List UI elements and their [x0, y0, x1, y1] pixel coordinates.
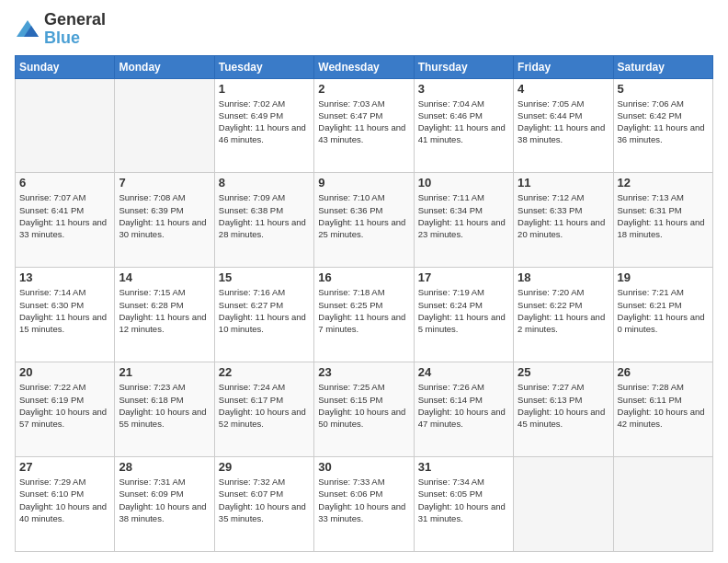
calendar-day: 2Sunrise: 7:03 AMSunset: 6:47 PMDaylight… — [314, 78, 414, 173]
calendar-day: 13Sunrise: 7:14 AMSunset: 6:30 PMDayligh… — [16, 268, 115, 362]
day-number: 13 — [19, 270, 110, 284]
page: General Blue SundayMondayTuesdayWednesda… — [0, 0, 728, 563]
day-info: Sunrise: 7:24 AMSunset: 6:17 PMDaylight:… — [219, 381, 310, 430]
day-info: Sunrise: 7:12 AMSunset: 6:33 PMDaylight:… — [518, 191, 609, 240]
day-info: Sunrise: 7:05 AMSunset: 6:44 PMDaylight:… — [518, 98, 609, 146]
day-info: Sunrise: 7:10 AMSunset: 6:36 PMDaylight:… — [318, 191, 409, 240]
day-info: Sunrise: 7:28 AMSunset: 6:11 PMDaylight:… — [618, 381, 709, 430]
day-number: 25 — [518, 365, 609, 379]
calendar-day: 20Sunrise: 7:22 AMSunset: 6:19 PMDayligh… — [16, 362, 115, 457]
day-number: 11 — [518, 176, 609, 190]
calendar-day: 22Sunrise: 7:24 AMSunset: 6:17 PMDayligh… — [214, 362, 313, 457]
calendar-day: 8Sunrise: 7:09 AMSunset: 6:38 PMDaylight… — [214, 173, 313, 268]
day-info: Sunrise: 7:11 AMSunset: 6:34 PMDaylight:… — [418, 191, 509, 240]
calendar-day: 6Sunrise: 7:07 AMSunset: 6:41 PMDaylight… — [16, 173, 115, 268]
day-info: Sunrise: 7:06 AMSunset: 6:42 PMDaylight:… — [618, 98, 709, 146]
day-number: 19 — [618, 270, 709, 284]
day-number: 12 — [618, 176, 709, 190]
day-number: 17 — [418, 270, 509, 284]
header: General Blue — [15, 11, 713, 48]
day-number: 14 — [119, 270, 210, 284]
day-number: 18 — [518, 270, 609, 284]
calendar-day: 17Sunrise: 7:19 AMSunset: 6:24 PMDayligh… — [414, 268, 513, 362]
day-info: Sunrise: 7:25 AMSunset: 6:15 PMDaylight:… — [318, 381, 409, 430]
calendar-day: 27Sunrise: 7:29 AMSunset: 6:10 PMDayligh… — [16, 457, 115, 552]
day-number: 24 — [418, 365, 509, 379]
day-info: Sunrise: 7:34 AMSunset: 6:05 PMDaylight:… — [418, 476, 509, 524]
day-number: 9 — [318, 176, 409, 190]
calendar-day: 14Sunrise: 7:15 AMSunset: 6:28 PMDayligh… — [115, 268, 214, 362]
day-number: 20 — [19, 365, 110, 379]
day-number: 21 — [119, 365, 210, 379]
calendar-day: 15Sunrise: 7:16 AMSunset: 6:27 PMDayligh… — [214, 268, 313, 362]
calendar-day: 23Sunrise: 7:25 AMSunset: 6:15 PMDayligh… — [314, 362, 414, 457]
day-number: 8 — [219, 176, 310, 190]
day-info: Sunrise: 7:07 AMSunset: 6:41 PMDaylight:… — [19, 191, 110, 240]
day-info: Sunrise: 7:27 AMSunset: 6:13 PMDaylight:… — [518, 381, 609, 430]
calendar-day — [115, 78, 214, 173]
day-header: Sunday — [16, 55, 115, 78]
calendar-day: 30Sunrise: 7:33 AMSunset: 6:06 PMDayligh… — [314, 457, 414, 552]
calendar-day: 25Sunrise: 7:27 AMSunset: 6:13 PMDayligh… — [514, 362, 613, 457]
day-number: 1 — [219, 82, 310, 96]
day-number: 26 — [618, 365, 709, 379]
day-info: Sunrise: 7:33 AMSunset: 6:06 PMDaylight:… — [318, 476, 409, 524]
day-header: Thursday — [414, 55, 513, 78]
day-number: 15 — [219, 270, 310, 284]
calendar-day: 1Sunrise: 7:02 AMSunset: 6:49 PMDaylight… — [214, 78, 313, 173]
day-header: Saturday — [613, 55, 712, 78]
calendar-day: 31Sunrise: 7:34 AMSunset: 6:05 PMDayligh… — [414, 457, 513, 552]
day-number: 23 — [318, 365, 409, 379]
day-number: 22 — [219, 365, 310, 379]
calendar-day: 5Sunrise: 7:06 AMSunset: 6:42 PMDaylight… — [613, 78, 712, 173]
day-info: Sunrise: 7:04 AMSunset: 6:46 PMDaylight:… — [418, 98, 509, 146]
calendar-day: 7Sunrise: 7:08 AMSunset: 6:39 PMDaylight… — [115, 173, 214, 268]
day-info: Sunrise: 7:22 AMSunset: 6:19 PMDaylight:… — [19, 381, 110, 430]
day-info: Sunrise: 7:32 AMSunset: 6:07 PMDaylight:… — [219, 476, 310, 524]
day-info: Sunrise: 7:31 AMSunset: 6:09 PMDaylight:… — [119, 476, 210, 524]
logo-text: General Blue — [44, 11, 106, 48]
day-number: 31 — [418, 460, 509, 474]
day-header: Tuesday — [214, 55, 313, 78]
day-info: Sunrise: 7:13 AMSunset: 6:31 PMDaylight:… — [618, 191, 709, 240]
day-number: 27 — [19, 460, 110, 474]
calendar-week: 1Sunrise: 7:02 AMSunset: 6:49 PMDaylight… — [16, 78, 713, 173]
calendar-day: 16Sunrise: 7:18 AMSunset: 6:25 PMDayligh… — [314, 268, 414, 362]
calendar-week: 13Sunrise: 7:14 AMSunset: 6:30 PMDayligh… — [16, 268, 713, 362]
calendar-day: 26Sunrise: 7:28 AMSunset: 6:11 PMDayligh… — [613, 362, 712, 457]
calendar-day: 29Sunrise: 7:32 AMSunset: 6:07 PMDayligh… — [214, 457, 313, 552]
calendar-week: 6Sunrise: 7:07 AMSunset: 6:41 PMDaylight… — [16, 173, 713, 268]
day-info: Sunrise: 7:15 AMSunset: 6:28 PMDaylight:… — [119, 286, 210, 335]
day-number: 30 — [318, 460, 409, 474]
calendar-week: 20Sunrise: 7:22 AMSunset: 6:19 PMDayligh… — [16, 362, 713, 457]
calendar-day — [613, 457, 712, 552]
day-info: Sunrise: 7:08 AMSunset: 6:39 PMDaylight:… — [119, 191, 210, 240]
day-number: 5 — [618, 82, 709, 96]
day-header: Friday — [514, 55, 613, 78]
calendar-day: 9Sunrise: 7:10 AMSunset: 6:36 PMDaylight… — [314, 173, 414, 268]
day-number: 10 — [418, 176, 509, 190]
calendar-day: 21Sunrise: 7:23 AMSunset: 6:18 PMDayligh… — [115, 362, 214, 457]
day-info: Sunrise: 7:16 AMSunset: 6:27 PMDaylight:… — [219, 286, 310, 335]
day-number: 29 — [219, 460, 310, 474]
calendar-day: 19Sunrise: 7:21 AMSunset: 6:21 PMDayligh… — [613, 268, 712, 362]
day-number: 16 — [318, 270, 409, 284]
calendar-day — [514, 457, 613, 552]
logo-icon — [15, 18, 40, 40]
day-info: Sunrise: 7:26 AMSunset: 6:14 PMDaylight:… — [418, 381, 509, 430]
calendar-day: 18Sunrise: 7:20 AMSunset: 6:22 PMDayligh… — [514, 268, 613, 362]
calendar-day: 11Sunrise: 7:12 AMSunset: 6:33 PMDayligh… — [514, 173, 613, 268]
day-info: Sunrise: 7:18 AMSunset: 6:25 PMDaylight:… — [318, 286, 409, 335]
day-number: 28 — [119, 460, 210, 474]
day-info: Sunrise: 7:03 AMSunset: 6:47 PMDaylight:… — [318, 98, 409, 146]
day-number: 3 — [418, 82, 509, 96]
calendar-day: 12Sunrise: 7:13 AMSunset: 6:31 PMDayligh… — [613, 173, 712, 268]
day-header: Monday — [115, 55, 214, 78]
day-info: Sunrise: 7:29 AMSunset: 6:10 PMDaylight:… — [19, 476, 110, 524]
day-info: Sunrise: 7:02 AMSunset: 6:49 PMDaylight:… — [219, 98, 310, 146]
day-number: 2 — [318, 82, 409, 96]
day-info: Sunrise: 7:23 AMSunset: 6:18 PMDaylight:… — [119, 381, 210, 430]
day-number: 6 — [19, 176, 110, 190]
logo: General Blue — [15, 11, 106, 48]
calendar-day: 10Sunrise: 7:11 AMSunset: 6:34 PMDayligh… — [414, 173, 513, 268]
